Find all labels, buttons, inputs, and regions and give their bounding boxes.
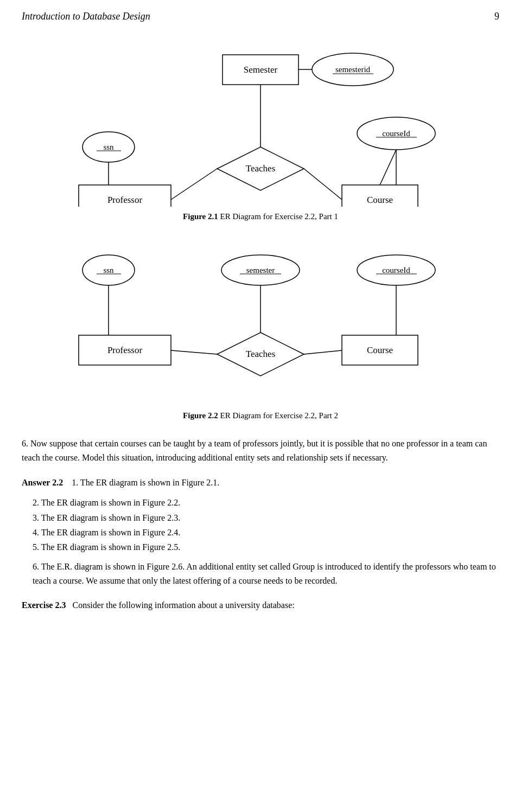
- answer-section: Answer 2.2 1. The ER diagram is shown in…: [22, 475, 499, 490]
- svg-text:courseId: courseId: [382, 266, 410, 274]
- figure2-caption: Figure 2.2 ER Diagram for Exercise 2.2, …: [22, 411, 499, 420]
- svg-text:courseId: courseId: [382, 129, 410, 138]
- er-diagram-2: ssn semester courseId Professor Teaches …: [76, 238, 445, 406]
- figure2-diagram: ssn semester courseId Professor Teaches …: [22, 238, 499, 406]
- svg-text:Semester: Semester: [244, 65, 278, 75]
- svg-text:Teaches: Teaches: [246, 163, 276, 174]
- er-diagram-1: Semester semesterid ssn courseId Profess…: [76, 39, 445, 207]
- svg-text:Course: Course: [367, 345, 393, 355]
- svg-text:semester: semester: [246, 266, 275, 274]
- answer-label: Answer 2.2: [22, 478, 63, 487]
- answer-intro: 1. The ER diagram is shown in Figure 2.1…: [72, 478, 219, 487]
- figure1-caption: Figure 2.1 ER Diagram for Exercise 2.2, …: [22, 212, 499, 221]
- answer-item-4: 4. The ER diagram is shown in Figure 2.4…: [33, 525, 499, 540]
- svg-text:semesterid: semesterid: [335, 65, 371, 74]
- exercise-23: Exercise 2.3 Consider the following info…: [22, 598, 499, 612]
- svg-text:Professor: Professor: [107, 345, 143, 355]
- paragraph-6: 6. Now suppose that certain courses can …: [22, 437, 499, 464]
- page-header: Introduction to Database Design 9: [22, 11, 499, 22]
- answer-item-3: 3. The ER diagram is shown in Figure 2.3…: [33, 510, 499, 525]
- svg-line-23: [380, 150, 396, 185]
- exercise-23-label: Exercise 2.3: [22, 600, 66, 610]
- svg-line-20: [304, 169, 342, 200]
- svg-line-42: [304, 350, 342, 354]
- svg-text:Professor: Professor: [107, 195, 143, 205]
- page-number: 9: [494, 11, 499, 22]
- answer-item-6: 6. The E.R. diagram is shown in Figure 2…: [33, 560, 499, 587]
- answer-item-2: 2. The ER diagram is shown in Figure 2.2…: [33, 495, 499, 510]
- answer-item-5: 5. The ER diagram is shown in Figure 2.5…: [33, 540, 499, 554]
- exercise-23-text: Consider the following information about…: [72, 600, 294, 610]
- svg-text:Course: Course: [367, 195, 393, 205]
- svg-text:ssn: ssn: [103, 266, 114, 274]
- page-title: Introduction to Database Design: [22, 11, 150, 22]
- svg-text:Teaches: Teaches: [246, 349, 276, 359]
- svg-text:ssn: ssn: [103, 143, 114, 151]
- svg-line-17: [171, 169, 217, 200]
- figure1-diagram: Semester semesterid ssn courseId Profess…: [22, 39, 499, 207]
- svg-line-39: [171, 350, 217, 354]
